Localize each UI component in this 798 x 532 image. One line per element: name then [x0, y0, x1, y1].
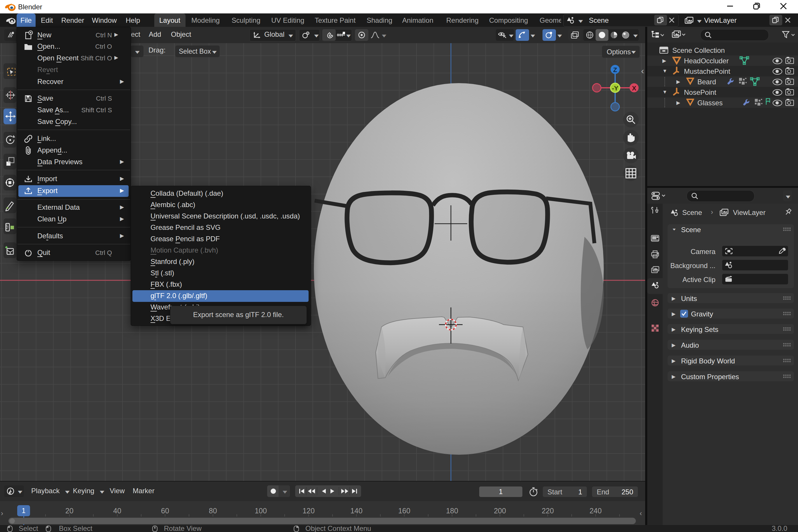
svg-text:Z: Z	[613, 66, 617, 74]
svg-text:‹: ‹	[641, 66, 644, 76]
svg-text:-Y: -Y	[612, 84, 618, 92]
svg-text:X: X	[632, 84, 636, 92]
